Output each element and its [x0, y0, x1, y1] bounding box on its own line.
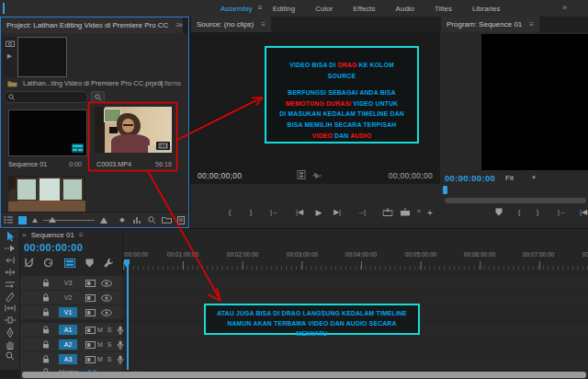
workspace-tab[interactable]: Effects — [353, 5, 375, 13]
razor-tool[interactable] — [4, 292, 17, 301]
mark-out-button[interactable]: } — [250, 208, 253, 216]
workspace-tab[interactable]: Audio — [396, 5, 414, 13]
chevron-down-icon[interactable]: ▼ — [531, 175, 537, 180]
clip-name[interactable]: Sequence 01 — [8, 160, 47, 168]
slider-handle[interactable] — [49, 217, 56, 223]
drag-audio-only-icon[interactable] — [311, 172, 322, 179]
selection-tool[interactable] — [4, 232, 17, 241]
timeline-scrollbar[interactable] — [22, 372, 586, 378]
zoom-tool[interactable] — [4, 351, 17, 361]
insert-button[interactable] — [383, 208, 393, 216]
track-target-toggle[interactable]: V1 — [59, 307, 77, 317]
lock-icon[interactable] — [42, 279, 50, 287]
mark-in-button[interactable]: { — [518, 208, 521, 216]
mark-in-button[interactable]: { — [229, 208, 232, 216]
zoom-in-button[interactable] — [97, 212, 110, 227]
workspace-menu-icon[interactable]: ≡ — [258, 4, 263, 12]
voiceover-mic-icon[interactable] — [117, 340, 124, 350]
search-filter-button[interactable] — [91, 91, 105, 103]
sync-lock-icon[interactable] — [85, 327, 96, 334]
new-bin-button[interactable] — [159, 212, 174, 227]
video-track-row[interactable]: V3 — [20, 276, 588, 290]
list-view-button[interactable] — [1, 212, 16, 227]
voiceover-mic-icon[interactable] — [117, 326, 124, 335]
new-item-button[interactable] — [174, 212, 188, 227]
sequence-tab[interactable]: × Sequence 01 ≡ — [22, 231, 84, 239]
clip-thumbnail-partial[interactable] — [8, 176, 85, 212]
play-button[interactable]: ▶ — [316, 208, 322, 217]
lock-icon[interactable] — [42, 308, 50, 316]
timeline-settings-wrench-icon[interactable] — [104, 258, 114, 268]
lock-icon[interactable] — [42, 340, 50, 349]
snap-toggle-icon[interactable] — [24, 258, 34, 268]
more-buttons-icon[interactable]: » — [417, 208, 421, 214]
track-output-eye-icon[interactable] — [101, 294, 112, 302]
lock-icon[interactable] — [42, 293, 50, 302]
track-select-forward-tool[interactable] — [4, 244, 17, 253]
track-target-toggle[interactable]: A1 — [59, 325, 77, 335]
timeline-display-settings-icon[interactable] — [64, 258, 75, 268]
step-back-button[interactable]: |◀ — [296, 208, 303, 216]
zoom-level-select[interactable]: Fit — [505, 174, 514, 182]
track-target-toggle[interactable]: A3 — [59, 354, 77, 364]
drag-video-only-icon[interactable] — [297, 170, 306, 179]
zoom-out-button[interactable] — [30, 212, 41, 227]
find-bars-icon[interactable] — [130, 212, 145, 227]
button-editor-button[interactable]: + — [427, 208, 433, 218]
playhead-line[interactable] — [127, 261, 129, 370]
step-forward-button[interactable]: ▶| — [334, 208, 341, 216]
ripple-edit-tool[interactable] — [4, 256, 17, 265]
solo-toggle[interactable]: S — [105, 356, 114, 362]
workspace-tab[interactable]: Titles — [435, 5, 452, 13]
add-marker-icon[interactable] — [85, 258, 94, 268]
video-track-row[interactable]: V2 — [20, 291, 588, 304]
clip-thumbnail-sequence[interactable] — [8, 109, 87, 156]
program-tab[interactable]: Program: Sequence 01 ≡ — [441, 17, 539, 32]
hand-tool[interactable] — [4, 339, 17, 349]
workspace-tab[interactable]: Assembly — [220, 5, 253, 13]
sync-lock-icon[interactable] — [85, 356, 96, 363]
program-playhead-marker[interactable] — [443, 186, 447, 194]
automate-to-sequence-button[interactable]: ◆ — [114, 212, 130, 227]
panel-menu-icon[interactable]: ≡ — [79, 231, 84, 239]
rate-stretch-tool[interactable] — [4, 280, 17, 289]
timeline-ruler[interactable]: 00:00:00:0000:01:00:0000:02:00:0000:03:0… — [122, 242, 588, 270]
sync-lock-icon[interactable] — [85, 280, 96, 287]
slide-tool[interactable] — [4, 316, 17, 325]
search-input[interactable] — [4, 91, 88, 103]
lock-icon[interactable] — [42, 326, 50, 334]
audio-track-row[interactable]: A2 M S — [20, 338, 588, 351]
solo-toggle[interactable]: S — [105, 327, 114, 333]
clip-name[interactable]: C0003.MP4 — [96, 160, 131, 168]
mute-toggle[interactable]: M — [96, 327, 105, 333]
track-output-eye-icon[interactable] — [101, 280, 112, 287]
goto-out-button[interactable]: →| — [356, 208, 366, 216]
workspace-tab[interactable]: Libraries — [472, 5, 501, 13]
source-tab[interactable]: Source: (no clips) ≡ — [191, 17, 271, 32]
pen-tool[interactable] — [4, 327, 17, 337]
workspace-overflow-icon[interactable]: » — [562, 3, 567, 12]
mute-toggle[interactable]: M — [96, 341, 105, 348]
mute-toggle[interactable]: M — [96, 356, 105, 362]
solo-toggle[interactable]: S — [105, 341, 114, 348]
workspace-tab[interactable]: Color — [315, 5, 333, 13]
sync-lock-icon[interactable] — [85, 341, 96, 349]
track-target-toggle[interactable]: V3 — [59, 278, 77, 288]
icon-view-button[interactable] — [16, 212, 30, 227]
add-marker-button[interactable] — [495, 208, 503, 216]
tab-overflow-icon[interactable]: » — [178, 20, 183, 29]
track-output-eye-icon[interactable] — [101, 309, 112, 316]
step-back-button[interactable]: |◀ — [580, 208, 587, 216]
thumbnail-zoom-slider[interactable] — [40, 212, 97, 227]
project-tab[interactable]: Project: Latihan Editing Video di Premie… — [1, 17, 183, 33]
rolling-edit-tool[interactable] — [4, 268, 17, 277]
close-icon[interactable]: × — [22, 231, 27, 239]
mark-out-button[interactable]: } — [537, 208, 539, 216]
program-scrollbar[interactable] — [445, 198, 586, 203]
audio-track-row[interactable]: A3 M S — [20, 352, 588, 366]
voiceover-mic-icon[interactable] — [117, 355, 124, 364]
goto-in-button[interactable]: |← — [558, 208, 567, 216]
project-file-name[interactable]: Latihan...ting Video di Premiere Pro CC.… — [23, 79, 163, 87]
slip-tool[interactable] — [4, 304, 17, 313]
sync-lock-icon[interactable] — [85, 309, 96, 316]
